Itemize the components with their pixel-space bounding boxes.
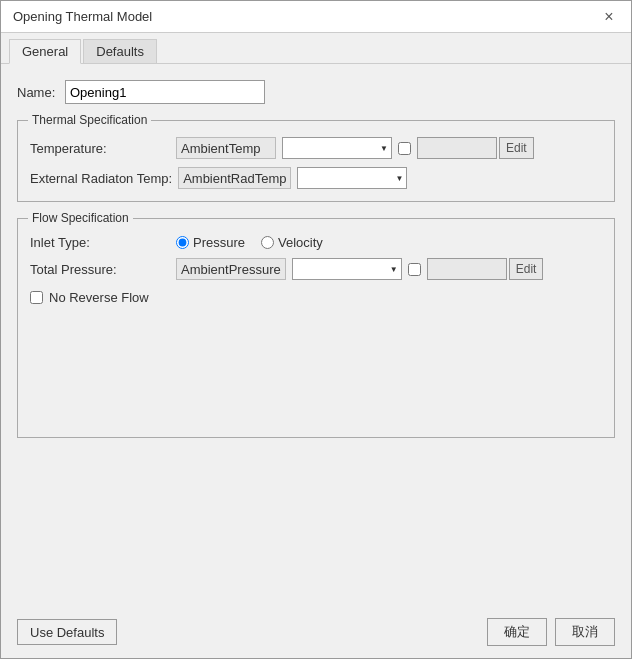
temperature-dropdown[interactable]	[282, 137, 392, 159]
temperature-row: Temperature: AmbientTemp Edit	[30, 137, 602, 159]
use-defaults-button[interactable]: Use Defaults	[17, 619, 117, 645]
total-pressure-dropdown-wrapper	[292, 258, 402, 280]
flow-spec-group: Flow Specification Inlet Type: Pressure …	[17, 218, 615, 438]
inlet-type-radio-group: Pressure Velocity	[176, 235, 323, 250]
total-pressure-edit-group: Edit	[427, 258, 544, 280]
total-pressure-edit-button[interactable]: Edit	[509, 258, 544, 280]
radio-velocity-label: Velocity	[278, 235, 323, 250]
content-spacer	[17, 450, 615, 598]
ext-rad-dropdown[interactable]	[297, 167, 407, 189]
name-input[interactable]	[65, 80, 265, 104]
temperature-edit-dropdown[interactable]	[417, 137, 497, 159]
temperature-dropdown-wrapper	[282, 137, 392, 159]
tab-defaults[interactable]: Defaults	[83, 39, 157, 63]
radio-pressure-option[interactable]: Pressure	[176, 235, 245, 250]
ext-rad-dropdown-wrapper	[297, 167, 407, 189]
name-row: Name:	[17, 80, 615, 104]
temperature-edit-button[interactable]: Edit	[499, 137, 534, 159]
total-pressure-edit-dropdown[interactable]	[427, 258, 507, 280]
temperature-edit-group: Edit	[417, 137, 534, 159]
ext-rad-label: External Radiaton Temp:	[30, 171, 172, 186]
thermal-spec-legend: Thermal Specification	[28, 113, 151, 127]
name-label: Name:	[17, 85, 57, 100]
total-pressure-value: AmbientPressure	[176, 258, 286, 280]
no-reverse-flow-label: No Reverse Flow	[49, 290, 149, 305]
radio-pressure[interactable]	[176, 236, 189, 249]
flow-spec-spacer	[30, 305, 602, 425]
radio-velocity[interactable]	[261, 236, 274, 249]
dialog: Opening Thermal Model × General Defaults…	[0, 0, 632, 659]
no-reverse-flow-row: No Reverse Flow	[30, 290, 602, 305]
dialog-title: Opening Thermal Model	[13, 9, 152, 24]
title-bar: Opening Thermal Model ×	[1, 1, 631, 33]
total-pressure-row: Total Pressure: AmbientPressure Edit	[30, 258, 602, 280]
temperature-checkbox[interactable]	[398, 142, 411, 155]
ext-rad-value: AmbientRadTemp	[178, 167, 291, 189]
flow-spec-legend: Flow Specification	[28, 211, 133, 225]
no-reverse-flow-checkbox[interactable]	[30, 291, 43, 304]
tab-bar: General Defaults	[1, 33, 631, 64]
inlet-type-label: Inlet Type:	[30, 235, 170, 250]
total-pressure-dropdown[interactable]	[292, 258, 402, 280]
cancel-button[interactable]: 取消	[555, 618, 615, 646]
total-pressure-label: Total Pressure:	[30, 262, 170, 277]
ok-button[interactable]: 确定	[487, 618, 547, 646]
close-button[interactable]: ×	[599, 7, 619, 27]
temperature-value: AmbientTemp	[176, 137, 276, 159]
action-buttons: 确定 取消	[487, 618, 615, 646]
radio-velocity-option[interactable]: Velocity	[261, 235, 323, 250]
thermal-spec-group: Thermal Specification Temperature: Ambie…	[17, 120, 615, 202]
total-pressure-checkbox[interactable]	[408, 263, 421, 276]
radio-pressure-label: Pressure	[193, 235, 245, 250]
inlet-type-row: Inlet Type: Pressure Velocity	[30, 235, 602, 250]
temperature-label: Temperature:	[30, 141, 170, 156]
dialog-footer: Use Defaults 确定 取消	[1, 610, 631, 658]
ext-rad-row: External Radiaton Temp: AmbientRadTemp	[30, 167, 602, 189]
dialog-content: Name: Thermal Specification Temperature:…	[1, 64, 631, 610]
tab-general[interactable]: General	[9, 39, 81, 64]
